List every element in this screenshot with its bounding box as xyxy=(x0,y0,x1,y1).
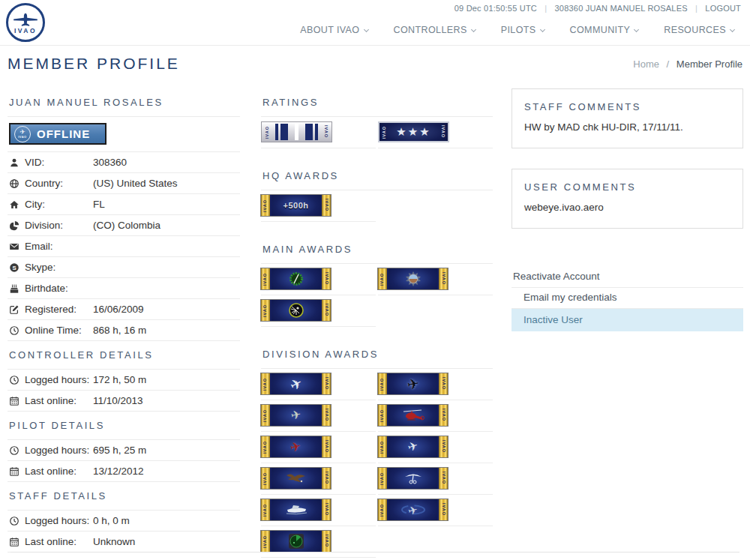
ivao-logo-ring: IVAO xyxy=(6,3,45,42)
green-radar-icon xyxy=(288,533,304,550)
wreath-slash-icon xyxy=(289,271,304,286)
user-icon xyxy=(9,157,20,168)
detail-row-registered: Registered: 16/06/2009 xyxy=(8,299,240,320)
user-comments-box: USER COMMENTS webeye.ivao.aero xyxy=(512,169,743,229)
email-credentials-link[interactable]: Email my credentials xyxy=(512,288,743,309)
eagle-icon xyxy=(285,472,308,485)
birthday-cake-icon xyxy=(9,283,20,294)
red-helicopter-badge: IVAO IVAO xyxy=(378,405,448,426)
section-pilot-details: PILOT DETAILS xyxy=(8,412,240,440)
calendar-icon xyxy=(9,466,20,477)
ivao-mini-logo-icon: ✈IVAO xyxy=(14,126,31,142)
wreath-award-badge: IVAO IVAO xyxy=(261,268,331,289)
green-radar-badge: IVAO IVAO xyxy=(261,531,331,552)
beacon-rays-icon xyxy=(288,302,304,319)
country-value: (US) United States xyxy=(93,178,238,189)
nav-item-resources[interactable]: RESOURCES xyxy=(651,25,747,35)
vid-value: 308360 xyxy=(93,157,238,168)
pie-chart-icon xyxy=(9,220,20,231)
pilot-last-online-row: Last online: 13/12/2012 xyxy=(8,461,240,482)
home-icon xyxy=(9,199,20,210)
member-name: JUAN MANUEL ROSALES xyxy=(8,88,240,117)
beacon-award-badge: IVAO IVAO xyxy=(261,300,331,321)
airplane-logo-icon xyxy=(13,13,38,28)
seaplane-icon xyxy=(284,503,308,517)
user-comments-text: webeye.ivao.aero xyxy=(524,202,730,213)
reactivate-account-link[interactable]: Reactivate Account xyxy=(512,267,743,288)
footer-divider xyxy=(10,552,740,553)
logout-link[interactable]: LOGOUT xyxy=(705,4,741,13)
awards-column: RATINGS IVAO IVAO IVAO ★★★ IVAO HQ AWARD… xyxy=(261,88,493,558)
inactive-user-item[interactable]: Inactive User xyxy=(512,309,743,331)
prop-plane-badge: IVAO ✈ IVAO xyxy=(261,405,331,426)
globe-icon xyxy=(9,178,20,189)
chevron-down-icon xyxy=(634,27,639,32)
nav-item-about-ivao[interactable]: ABOUT IVAO xyxy=(287,25,380,35)
top-status-bar: 09 Dec 01:50:55 UTC | 308360 JUAN MANUEL… xyxy=(454,4,741,13)
main-navigation: ABOUT IVAO CONTROLLERS PILOTS COMMUNITY … xyxy=(287,25,747,35)
clock-icon xyxy=(9,516,20,526)
envelope-icon xyxy=(9,241,20,252)
clock-icon xyxy=(9,375,20,385)
detail-row-online-time: Online Time: 868 h, 16 m xyxy=(8,320,240,341)
glider-badge: IVAO ✈ IVAO xyxy=(261,373,331,394)
ultralight-badge: IVAO IVAO xyxy=(378,468,448,489)
detail-row-skype: SSkype: xyxy=(8,257,240,278)
svg-text:S: S xyxy=(12,264,16,271)
account-actions-list: Reactivate Account Email my credentials … xyxy=(512,267,743,331)
staff-logged-hours-row: Logged hours: 0 h, 0 m xyxy=(8,511,240,532)
red-helicopter-icon xyxy=(402,409,424,422)
chevron-down-icon xyxy=(730,27,735,32)
nav-item-community[interactable]: COMMUNITY xyxy=(557,25,652,35)
hours-500-award-badge: IVAO +500h IVAO xyxy=(261,195,331,216)
user-comments-title: USER COMMENTS xyxy=(524,181,730,193)
eagle-badge: IVAO IVAO xyxy=(261,468,331,489)
ivao-logo[interactable]: IVAO xyxy=(6,3,48,43)
pilot-rating-stars: ★★★ xyxy=(388,123,439,141)
seaplane-badge: IVAO IVAO xyxy=(261,499,331,520)
section-division-awards: DIVISION AWARDS xyxy=(261,340,493,369)
compass-award-badge: IVAO IVAO xyxy=(378,268,448,289)
page-title: MEMBER PROFILE xyxy=(8,55,180,73)
status-label: OFFLINE xyxy=(37,127,90,140)
staff-comments-text: HW by MAD chk HU-DIR, 17/11/11. xyxy=(524,121,730,133)
calendar-icon xyxy=(9,537,20,547)
chevron-down-icon xyxy=(363,27,368,32)
breadcrumb: Home / Member Profile xyxy=(633,58,742,70)
section-staff-details: STAFF DETAILS xyxy=(8,482,240,511)
division-value: (CO) Colombia xyxy=(93,220,238,231)
pilot-rating-badge: IVAO ★★★ IVAO xyxy=(378,121,449,142)
white-jet-icon: ✈ xyxy=(406,439,420,454)
chevron-down-icon xyxy=(471,27,476,32)
section-main-awards: MAIN AWARDS xyxy=(261,235,493,264)
utc-datetime: 09 Dec 01:50:55 UTC xyxy=(454,4,537,13)
compass-horizon-icon xyxy=(405,271,422,287)
skype-icon: S xyxy=(9,262,20,273)
header-divider xyxy=(0,45,750,46)
white-jet-badge: IVAO ✈ IVAO xyxy=(378,436,448,457)
separator: | xyxy=(544,4,547,13)
breadcrumb-home-link[interactable]: Home xyxy=(633,58,659,70)
online-time-value: 868 h, 16 m xyxy=(93,325,238,336)
black-jet-icon: ✈ xyxy=(406,376,420,391)
breadcrumb-current: Member Profile xyxy=(676,58,742,70)
ivao-logo-text: IVAO xyxy=(14,27,37,34)
nav-item-controllers[interactable]: CONTROLLERS xyxy=(381,25,488,35)
clock-icon xyxy=(9,325,20,336)
atc-rating-badge: IVAO IVAO xyxy=(261,121,332,142)
staff-last-online-row: Last online: Unknown xyxy=(8,532,240,553)
nav-item-pilots[interactable]: PILOTS xyxy=(488,25,557,35)
registered-value: 16/06/2009 xyxy=(93,304,238,315)
city-value: FL xyxy=(93,199,238,210)
controller-logged-hours-row: Logged hours: 172 h, 50 m xyxy=(8,370,240,391)
calendar-icon xyxy=(9,396,20,406)
red-triplane-icon: ✈ xyxy=(290,439,303,454)
red-triplane-badge: IVAO ✈ IVAO xyxy=(261,436,331,457)
atc-rating-bars xyxy=(272,124,321,140)
controller-last-online-row: Last online: 11/10/2013 xyxy=(8,391,240,412)
chevron-down-icon xyxy=(539,27,544,32)
black-jet-badge: IVAO ✈ IVAO xyxy=(378,373,448,394)
status-badge: ✈IVAO OFFLINE xyxy=(9,123,106,145)
pilot-logged-hours-row: Logged hours: 695 h, 25 m xyxy=(8,440,240,461)
logged-in-user: 308360 JUAN MANUEL ROSALES xyxy=(555,4,688,13)
